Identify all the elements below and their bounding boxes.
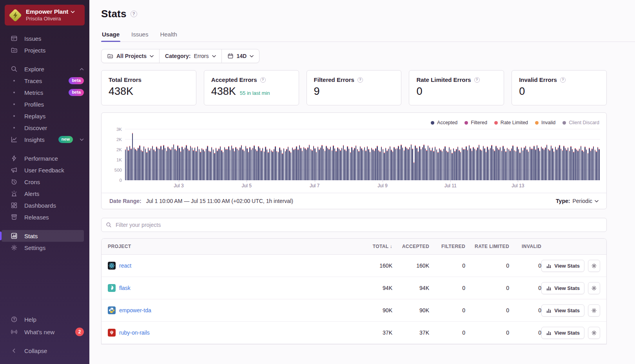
bar	[454, 151, 455, 180]
alerts-icon	[11, 190, 18, 197]
view-stats-button[interactable]: View Stats	[541, 304, 584, 317]
project-link[interactable]: empower-tda	[119, 307, 151, 313]
bar	[128, 150, 129, 180]
help-icon[interactable]: ?	[357, 77, 363, 83]
project-settings-button[interactable]	[588, 260, 600, 272]
sidebar-item-insights[interactable]: Insightsnew	[0, 134, 89, 145]
bar	[423, 145, 424, 180]
category-filter-dropdown[interactable]: Category: Errors	[159, 49, 221, 63]
bar	[421, 149, 421, 180]
bar	[156, 147, 157, 180]
bar	[224, 147, 225, 180]
column-header-invalid[interactable]: INVALID	[509, 244, 541, 249]
sidebar-item-projects[interactable]: Projects	[0, 44, 89, 56]
stats-icon	[11, 232, 18, 239]
date-range-dropdown[interactable]: 14D	[221, 49, 259, 63]
sidebar-item-crons[interactable]: Crons	[0, 176, 89, 188]
sidebar-item-profiles[interactable]: Profiles	[0, 98, 89, 110]
bar	[350, 152, 351, 180]
gear-icon	[591, 263, 597, 269]
bar	[581, 146, 581, 180]
project-link[interactable]: flask	[119, 285, 131, 291]
sidebar-item-traces[interactable]: Tracesbeta	[0, 75, 89, 87]
search-icon	[106, 222, 112, 228]
bar	[569, 150, 570, 180]
sidebar-item-issues[interactable]: Issues	[0, 33, 89, 44]
sidebar-item-stats[interactable]: Stats	[0, 230, 89, 242]
bar	[145, 148, 146, 180]
bar	[320, 147, 321, 180]
chevron-down-icon	[595, 200, 599, 203]
legend-item-client-discard[interactable]: Client Discard	[562, 120, 599, 125]
tab-health[interactable]: Health	[159, 28, 178, 42]
project-search	[101, 218, 607, 232]
stat-card-value-row: 0	[416, 85, 497, 98]
column-header-rate-limited[interactable]: RATE LIMITED	[465, 244, 509, 249]
bar	[230, 150, 230, 180]
bar	[511, 148, 512, 180]
help-icon[interactable]: ?	[260, 77, 266, 83]
project-link[interactable]: react	[119, 263, 131, 269]
sidebar-item-metrics[interactable]: Metricsbeta	[0, 87, 89, 98]
legend-item-rate-limited[interactable]: Rate Limited	[494, 120, 528, 125]
sidebar-item-what-s-new[interactable]: What's new2	[0, 326, 89, 338]
bar	[139, 145, 140, 180]
view-stats-button[interactable]: View Stats	[541, 282, 584, 294]
tab-usage[interactable]: Usage	[101, 28, 120, 42]
legend-item-invalid[interactable]: Invalid	[535, 120, 555, 125]
sidebar-item-user-feedback[interactable]: User Feedback	[0, 164, 89, 176]
bar	[231, 145, 232, 180]
sidebar-item-explore[interactable]: Explore	[0, 63, 89, 75]
main-content: Stats ? Usage Issues Health All Projects…	[89, 0, 635, 364]
chevron-down-icon	[212, 55, 216, 58]
bar	[521, 147, 522, 180]
legend-item-accepted[interactable]: Accepted	[431, 120, 457, 125]
project-settings-button[interactable]	[588, 304, 600, 317]
page-help-icon[interactable]: ?	[131, 11, 137, 17]
bar	[428, 145, 428, 180]
sidebar-item-settings[interactable]: Settings	[0, 242, 89, 254]
project-link[interactable]: ruby-on-rails	[119, 330, 150, 336]
sidebar-item-alerts[interactable]: Alerts	[0, 188, 89, 199]
column-header-project[interactable]: PROJECT	[108, 244, 350, 249]
bar	[312, 150, 312, 180]
column-header-accepted[interactable]: ACCEPTED	[392, 244, 429, 249]
sidebar-item-replays[interactable]: Replays	[0, 110, 89, 122]
sidebar-item-help[interactable]: Help	[0, 313, 89, 326]
view-stats-button[interactable]: View Stats	[541, 260, 584, 272]
sidebar-item-releases[interactable]: Releases	[0, 211, 89, 223]
bar	[514, 150, 515, 180]
bar	[199, 149, 200, 180]
stat-card-value: 438K	[109, 85, 133, 98]
sidebar-item-discover[interactable]: Discover	[0, 122, 89, 134]
column-header-total[interactable]: TOTAL↓	[350, 244, 392, 249]
dashboards-icon	[11, 202, 18, 209]
type-dropdown[interactable]: Type: Periodic	[556, 198, 599, 204]
project-settings-button[interactable]	[588, 282, 600, 294]
search-input[interactable]	[101, 218, 607, 232]
sidebar-item-performance[interactable]: Performance	[0, 152, 89, 164]
project-settings-button[interactable]	[588, 327, 600, 339]
bar	[264, 151, 265, 180]
issues-icon	[11, 35, 18, 42]
bar	[546, 145, 547, 180]
help-icon[interactable]: ?	[474, 77, 480, 83]
chart-legend: AcceptedFilteredRate LimitedInvalidClien…	[108, 118, 600, 129]
org-switcher[interactable]: Empower Plant Priscila Oliveira	[5, 5, 85, 25]
view-stats-button[interactable]: View Stats	[541, 327, 584, 339]
sidebar-item-collapse[interactable]: Collapse	[0, 344, 89, 357]
bar	[476, 150, 477, 180]
category-filter-label: Category:	[165, 53, 190, 59]
tab-issues[interactable]: Issues	[131, 28, 149, 42]
usage-chart-card: AcceptedFilteredRate LimitedInvalidClien…	[101, 112, 607, 209]
bar	[162, 149, 163, 180]
sidebar-item-dashboards[interactable]: Dashboards	[0, 199, 89, 211]
bar	[148, 147, 149, 180]
bar	[561, 148, 561, 180]
legend-item-filtered[interactable]: Filtered	[464, 120, 487, 125]
project-filter-dropdown[interactable]: All Projects	[102, 49, 159, 63]
bar	[265, 147, 266, 180]
bar	[129, 146, 130, 180]
column-header-filtered[interactable]: FILTERED	[429, 244, 465, 249]
help-icon[interactable]: ?	[560, 77, 566, 83]
